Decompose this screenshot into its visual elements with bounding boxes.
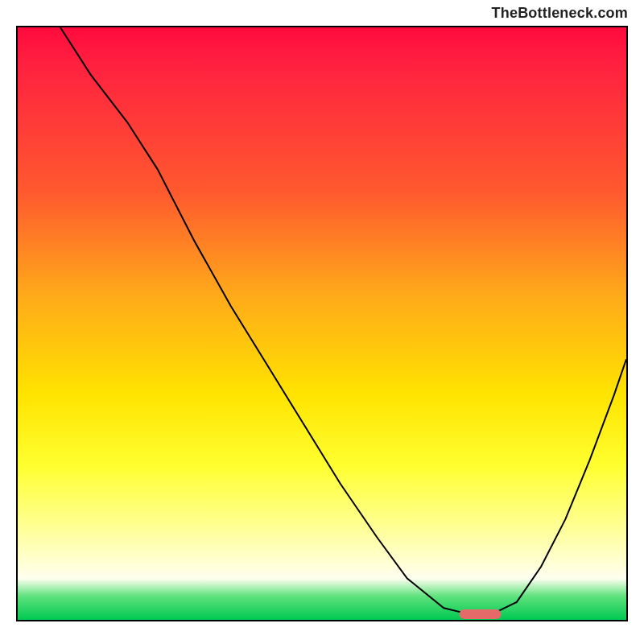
bottleneck-curve-path [60, 27, 626, 614]
optimal-marker [459, 609, 502, 619]
watermark-text: TheBottleneck.com [492, 5, 628, 22]
plot-area [16, 26, 628, 621]
curve-layer [18, 27, 626, 620]
chart-container: TheBottleneck.com [0, 0, 644, 644]
